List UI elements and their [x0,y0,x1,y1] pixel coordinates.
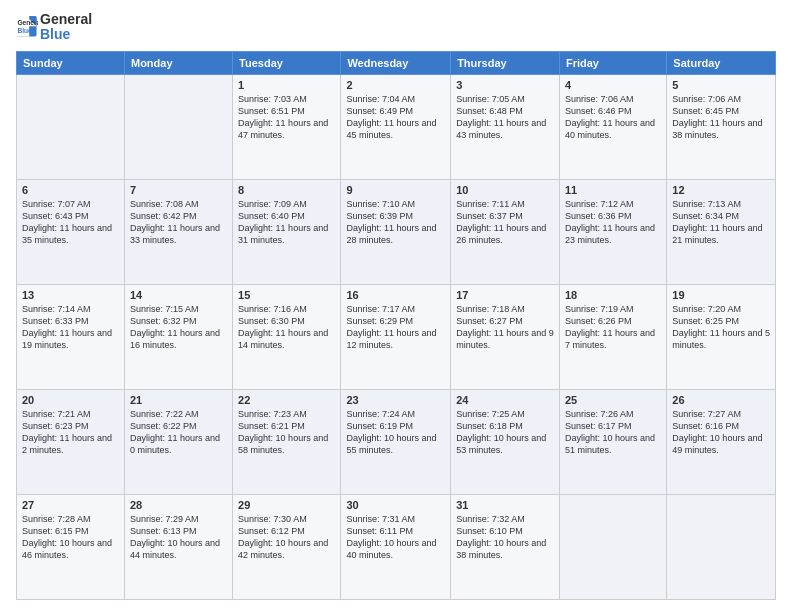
calendar-cell: 17Sunrise: 7:18 AM Sunset: 6:27 PM Dayli… [451,284,560,389]
day-of-week-header: Friday [559,51,666,74]
day-of-week-header: Thursday [451,51,560,74]
calendar-cell: 18Sunrise: 7:19 AM Sunset: 6:26 PM Dayli… [559,284,666,389]
calendar-cell: 20Sunrise: 7:21 AM Sunset: 6:23 PM Dayli… [17,389,125,494]
calendar-cell: 13Sunrise: 7:14 AM Sunset: 6:33 PM Dayli… [17,284,125,389]
day-number: 2 [346,79,445,91]
day-number: 11 [565,184,661,196]
day-number: 30 [346,499,445,511]
day-number: 27 [22,499,119,511]
day-number: 1 [238,79,335,91]
calendar-header-row: SundayMondayTuesdayWednesdayThursdayFrid… [17,51,776,74]
day-number: 22 [238,394,335,406]
calendar-cell: 2Sunrise: 7:04 AM Sunset: 6:49 PM Daylig… [341,74,451,179]
calendar-cell: 21Sunrise: 7:22 AM Sunset: 6:22 PM Dayli… [124,389,232,494]
header: General Blue GeneralBlue [16,12,776,43]
cell-content: Sunrise: 7:25 AM Sunset: 6:18 PM Dayligh… [456,408,554,457]
calendar-cell [124,74,232,179]
calendar-cell: 7Sunrise: 7:08 AM Sunset: 6:42 PM Daylig… [124,179,232,284]
calendar-cell: 8Sunrise: 7:09 AM Sunset: 6:40 PM Daylig… [233,179,341,284]
cell-content: Sunrise: 7:06 AM Sunset: 6:45 PM Dayligh… [672,93,770,142]
calendar-week-row: 1Sunrise: 7:03 AM Sunset: 6:51 PM Daylig… [17,74,776,179]
cell-content: Sunrise: 7:08 AM Sunset: 6:42 PM Dayligh… [130,198,227,247]
calendar-cell: 5Sunrise: 7:06 AM Sunset: 6:45 PM Daylig… [667,74,776,179]
day-of-week-header: Sunday [17,51,125,74]
day-number: 10 [456,184,554,196]
day-number: 9 [346,184,445,196]
day-number: 24 [456,394,554,406]
cell-content: Sunrise: 7:27 AM Sunset: 6:16 PM Dayligh… [672,408,770,457]
calendar-cell: 27Sunrise: 7:28 AM Sunset: 6:15 PM Dayli… [17,494,125,599]
calendar-cell: 28Sunrise: 7:29 AM Sunset: 6:13 PM Dayli… [124,494,232,599]
cell-content: Sunrise: 7:06 AM Sunset: 6:46 PM Dayligh… [565,93,661,142]
day-number: 3 [456,79,554,91]
calendar-cell: 11Sunrise: 7:12 AM Sunset: 6:36 PM Dayli… [559,179,666,284]
day-number: 8 [238,184,335,196]
day-number: 28 [130,499,227,511]
calendar-cell: 14Sunrise: 7:15 AM Sunset: 6:32 PM Dayli… [124,284,232,389]
logo-icon: General Blue [16,16,38,38]
cell-content: Sunrise: 7:32 AM Sunset: 6:10 PM Dayligh… [456,513,554,562]
cell-content: Sunrise: 7:24 AM Sunset: 6:19 PM Dayligh… [346,408,445,457]
calendar-cell: 9Sunrise: 7:10 AM Sunset: 6:39 PM Daylig… [341,179,451,284]
cell-content: Sunrise: 7:07 AM Sunset: 6:43 PM Dayligh… [22,198,119,247]
calendar-cell: 29Sunrise: 7:30 AM Sunset: 6:12 PM Dayli… [233,494,341,599]
cell-content: Sunrise: 7:22 AM Sunset: 6:22 PM Dayligh… [130,408,227,457]
day-number: 18 [565,289,661,301]
calendar-week-row: 27Sunrise: 7:28 AM Sunset: 6:15 PM Dayli… [17,494,776,599]
calendar-cell [559,494,666,599]
day-number: 17 [456,289,554,301]
cell-content: Sunrise: 7:28 AM Sunset: 6:15 PM Dayligh… [22,513,119,562]
cell-content: Sunrise: 7:21 AM Sunset: 6:23 PM Dayligh… [22,408,119,457]
day-number: 14 [130,289,227,301]
day-number: 25 [565,394,661,406]
cell-content: Sunrise: 7:20 AM Sunset: 6:25 PM Dayligh… [672,303,770,352]
day-number: 4 [565,79,661,91]
calendar-cell: 4Sunrise: 7:06 AM Sunset: 6:46 PM Daylig… [559,74,666,179]
day-number: 7 [130,184,227,196]
calendar-cell: 3Sunrise: 7:05 AM Sunset: 6:48 PM Daylig… [451,74,560,179]
calendar-cell: 23Sunrise: 7:24 AM Sunset: 6:19 PM Dayli… [341,389,451,494]
calendar-cell [17,74,125,179]
cell-content: Sunrise: 7:30 AM Sunset: 6:12 PM Dayligh… [238,513,335,562]
calendar-cell: 31Sunrise: 7:32 AM Sunset: 6:10 PM Dayli… [451,494,560,599]
calendar-cell: 10Sunrise: 7:11 AM Sunset: 6:37 PM Dayli… [451,179,560,284]
calendar-cell: 26Sunrise: 7:27 AM Sunset: 6:16 PM Dayli… [667,389,776,494]
calendar-cell [667,494,776,599]
day-number: 23 [346,394,445,406]
calendar-cell: 1Sunrise: 7:03 AM Sunset: 6:51 PM Daylig… [233,74,341,179]
cell-content: Sunrise: 7:10 AM Sunset: 6:39 PM Dayligh… [346,198,445,247]
cell-content: Sunrise: 7:19 AM Sunset: 6:26 PM Dayligh… [565,303,661,352]
day-number: 29 [238,499,335,511]
cell-content: Sunrise: 7:12 AM Sunset: 6:36 PM Dayligh… [565,198,661,247]
day-of-week-header: Tuesday [233,51,341,74]
day-number: 19 [672,289,770,301]
cell-content: Sunrise: 7:18 AM Sunset: 6:27 PM Dayligh… [456,303,554,352]
day-of-week-header: Monday [124,51,232,74]
svg-text:Blue: Blue [17,27,32,34]
calendar-cell: 22Sunrise: 7:23 AM Sunset: 6:21 PM Dayli… [233,389,341,494]
cell-content: Sunrise: 7:03 AM Sunset: 6:51 PM Dayligh… [238,93,335,142]
day-number: 31 [456,499,554,511]
cell-content: Sunrise: 7:17 AM Sunset: 6:29 PM Dayligh… [346,303,445,352]
calendar-cell: 25Sunrise: 7:26 AM Sunset: 6:17 PM Dayli… [559,389,666,494]
day-number: 15 [238,289,335,301]
calendar-cell: 24Sunrise: 7:25 AM Sunset: 6:18 PM Dayli… [451,389,560,494]
day-number: 12 [672,184,770,196]
cell-content: Sunrise: 7:26 AM Sunset: 6:17 PM Dayligh… [565,408,661,457]
calendar-cell: 16Sunrise: 7:17 AM Sunset: 6:29 PM Dayli… [341,284,451,389]
calendar-week-row: 20Sunrise: 7:21 AM Sunset: 6:23 PM Dayli… [17,389,776,494]
day-number: 21 [130,394,227,406]
cell-content: Sunrise: 7:14 AM Sunset: 6:33 PM Dayligh… [22,303,119,352]
cell-content: Sunrise: 7:31 AM Sunset: 6:11 PM Dayligh… [346,513,445,562]
calendar-table: SundayMondayTuesdayWednesdayThursdayFrid… [16,51,776,600]
cell-content: Sunrise: 7:16 AM Sunset: 6:30 PM Dayligh… [238,303,335,352]
cell-content: Sunrise: 7:04 AM Sunset: 6:49 PM Dayligh… [346,93,445,142]
day-number: 6 [22,184,119,196]
day-number: 26 [672,394,770,406]
calendar-cell: 30Sunrise: 7:31 AM Sunset: 6:11 PM Dayli… [341,494,451,599]
calendar-cell: 6Sunrise: 7:07 AM Sunset: 6:43 PM Daylig… [17,179,125,284]
day-number: 20 [22,394,119,406]
calendar-week-row: 6Sunrise: 7:07 AM Sunset: 6:43 PM Daylig… [17,179,776,284]
cell-content: Sunrise: 7:05 AM Sunset: 6:48 PM Dayligh… [456,93,554,142]
calendar-cell: 15Sunrise: 7:16 AM Sunset: 6:30 PM Dayli… [233,284,341,389]
